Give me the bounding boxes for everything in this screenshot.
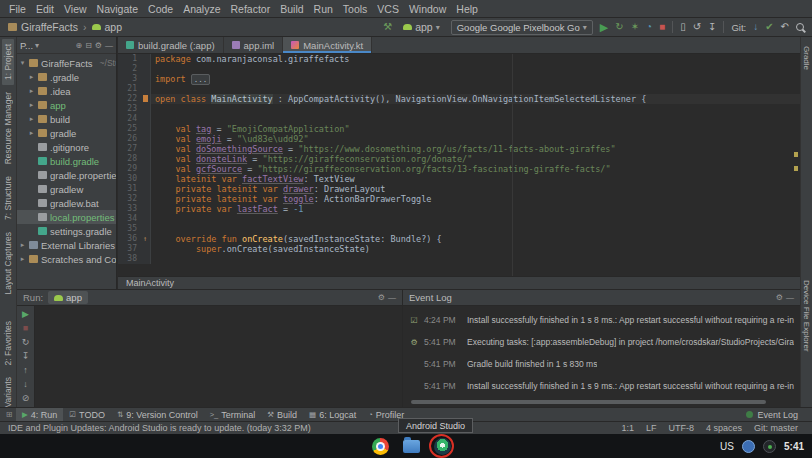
settings-gear-icon[interactable]: ⚙ <box>776 293 783 302</box>
tool-tab-4-run[interactable]: ▶4: Run <box>16 408 63 421</box>
build-hammer-icon[interactable]: ⚒ <box>383 22 392 32</box>
tool-tab-todo[interactable]: ☑TODO <box>63 408 111 421</box>
run-config-select[interactable]: app ▾ <box>399 20 444 34</box>
menu-code[interactable]: Code <box>143 3 178 15</box>
run-button[interactable]: ▶ <box>600 22 608 33</box>
menu-tools[interactable]: Tools <box>338 3 373 15</box>
stop-button[interactable]: ■ <box>659 22 665 32</box>
horizontal-scrollbar[interactable] <box>411 400 766 404</box>
status-1-1[interactable]: 1:1 <box>621 423 634 433</box>
code-line[interactable]: 23 <box>118 104 800 114</box>
tree-item-build-gradle[interactable]: build.gradle <box>17 154 116 168</box>
tree-item-build[interactable]: ▸build <box>17 112 116 126</box>
settings-gear-icon[interactable]: ⚙ <box>95 41 102 50</box>
git-commit-icon[interactable]: ✔ <box>765 22 773 32</box>
tool-tab-6-logcat[interactable]: ▦6: Logcat <box>303 408 362 421</box>
code-line[interactable]: 25 val tag = "EmojiCompatApplication" <box>118 124 800 134</box>
menu-analyze[interactable]: Analyze <box>178 3 225 15</box>
apply-changes-icon[interactable]: ↻ <box>615 22 623 32</box>
git-update-icon[interactable]: ↓ <box>753 22 758 32</box>
code-line[interactable]: 32 private lateinit var toggle: ActionBa… <box>118 194 800 204</box>
breadcrumb-module[interactable]: app <box>105 21 123 33</box>
menu-navigate[interactable]: Navigate <box>92 3 143 15</box>
event-log-toggle[interactable]: Event Log <box>746 410 812 420</box>
breadcrumb-project[interactable]: GiraffeFacts <box>21 21 78 33</box>
editor-tab-app-iml[interactable]: app.iml <box>224 37 284 53</box>
menu-vcs[interactable]: VCS <box>372 3 404 15</box>
rerun-icon[interactable]: ▶ <box>22 310 29 319</box>
editor-tab-mainactivity-kt[interactable]: MainActivity.kt <box>283 37 372 53</box>
tree-item-local-properties[interactable]: local.properties <box>17 210 116 224</box>
status-message[interactable]: IDE and Plugin Updates: Android Studio i… <box>8 423 311 433</box>
bookmark-gutter-icon[interactable] <box>140 94 151 104</box>
status-git-master[interactable]: Git: master <box>754 423 798 433</box>
menu-refactor[interactable]: Refactor <box>226 3 276 15</box>
menu-view[interactable]: View <box>59 3 92 15</box>
code-line[interactable]: 38 <box>118 254 800 264</box>
tree-item-external-libraries[interactable]: ▸External Libraries <box>17 238 116 252</box>
code-line[interactable]: 36↑ override fun onCreate(savedInstanceS… <box>118 234 800 244</box>
code-line[interactable]: 28 val donateLink = "https://giraffecons… <box>118 154 800 164</box>
code-line[interactable]: 22open class MainActivity : AppCompatAct… <box>118 94 800 104</box>
menu-run[interactable]: Run <box>309 3 338 15</box>
device-manager-icon[interactable]: ▯ <box>680 22 686 32</box>
tree-item-gradle[interactable]: ▸gradle <box>17 126 116 140</box>
hide-panel-icon[interactable]: — <box>105 41 113 50</box>
code-line[interactable]: 34 <box>118 214 800 224</box>
code-line[interactable]: 3import ... <box>118 74 800 84</box>
hide-panel-icon[interactable]: — <box>786 293 794 302</box>
code-line[interactable]: 21 <box>118 84 800 94</box>
clock[interactable]: 5:41 <box>784 441 804 452</box>
tool-tab-9-version-control[interactable]: ⇅9: Version Control <box>111 408 204 421</box>
tree-item-app[interactable]: ▸app <box>17 98 116 112</box>
clear-console-icon[interactable]: ⊘ <box>22 394 30 403</box>
tree-item-gradle-properties[interactable]: gradle.properties <box>17 168 116 182</box>
status-lf[interactable]: LF <box>646 423 657 433</box>
tool-strip-tab-resource-manager[interactable]: Resource Manager <box>2 87 14 169</box>
tree-item-gradlew-bat[interactable]: gradlew.bat <box>17 196 116 210</box>
tree-item-settings-gradle[interactable]: settings.gradle <box>17 224 116 238</box>
menu-help[interactable]: Help <box>451 3 483 15</box>
device-select[interactable]: Google Google Pixelbook Go ▾ <box>451 20 593 35</box>
stop-icon[interactable]: ■ <box>23 324 28 333</box>
code-line[interactable]: 31 private lateinit var drawer: DrawerLa… <box>118 184 800 194</box>
scroll-to-end-icon[interactable]: ↧ <box>22 352 30 361</box>
code-line[interactable]: 26 val emoji = "\ud83e\udd92" <box>118 134 800 144</box>
editor-tab-build-gradle-app[interactable]: build.gradle (:app) <box>118 37 224 53</box>
menu-window[interactable]: Window <box>404 3 451 15</box>
files-icon[interactable] <box>403 440 420 453</box>
android-studio-taskbar-icon[interactable] <box>434 438 451 455</box>
profiler-button[interactable]: ◔ <box>646 22 652 32</box>
tool-strip-tab-device-file-explorer[interactable]: Device File Explorer <box>801 275 812 357</box>
gradle-sync-icon[interactable]: ↺ <box>693 22 701 32</box>
collapse-all-icon[interactable]: ⊟ <box>85 41 92 50</box>
git-revert-icon[interactable]: ↶ <box>781 22 789 32</box>
debug-button[interactable]: ✶ <box>631 22 639 32</box>
code-line[interactable]: 33 private var lastFact = -1 <box>118 204 800 214</box>
menu-file[interactable]: File <box>4 3 31 15</box>
tree-item-gradle[interactable]: ▸.gradle <box>17 70 116 84</box>
code-line[interactable]: 2 <box>118 64 800 74</box>
project-view-selector[interactable]: P... <box>20 40 33 51</box>
code-line[interactable]: 37 super.onCreate(savedInstanceState) <box>118 244 800 254</box>
tool-strip-tab-1-project[interactable]: 1: Project <box>2 39 14 85</box>
locate-file-icon[interactable]: ⊕ <box>75 41 82 50</box>
tool-strip-tab-layout-captures[interactable]: Layout Captures <box>2 227 14 299</box>
code-line[interactable]: 24 <box>118 114 800 124</box>
status-utf-8[interactable]: UTF-8 <box>668 423 694 433</box>
editor-body[interactable]: 1package com.naranjaconsal.giraffefacts2… <box>118 54 800 276</box>
menu-build[interactable]: Build <box>275 3 308 15</box>
chrome-icon[interactable] <box>372 438 389 455</box>
status-4-spaces[interactable]: 4 spaces <box>706 423 742 433</box>
tree-item-giraffefacts[interactable]: ▾GiraffeFacts~/StudioProjects/GiraffeF <box>17 56 116 70</box>
code-line[interactable]: 35 <box>118 224 800 234</box>
tray-status-icon[interactable] <box>742 440 755 453</box>
tree-item-idea[interactable]: ▸.idea <box>17 84 116 98</box>
search-icon[interactable] <box>796 23 804 31</box>
menu-edit[interactable]: Edit <box>31 3 59 15</box>
up-stack-trace-icon[interactable]: ↑ <box>23 366 28 375</box>
code-line[interactable]: 29 val gcfSource = "https://giraffeconse… <box>118 164 800 174</box>
tool-strip-tab-7-structure[interactable]: 7: Structure <box>2 171 14 225</box>
tree-item-scratches-and-consoles[interactable]: ▸Scratches and Consoles <box>17 252 116 266</box>
tool-strip-tab-2-favorites[interactable]: 2: Favorites <box>2 316 14 370</box>
